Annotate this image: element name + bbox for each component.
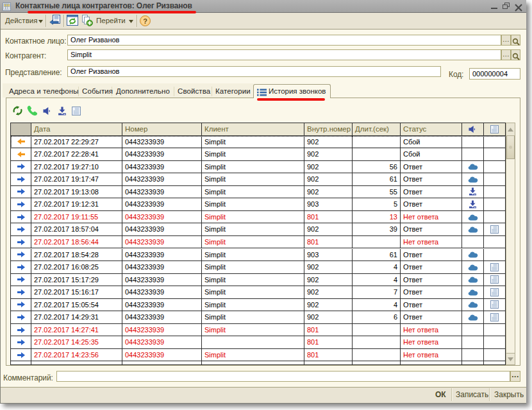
- svg-text:?: ?: [143, 17, 147, 25]
